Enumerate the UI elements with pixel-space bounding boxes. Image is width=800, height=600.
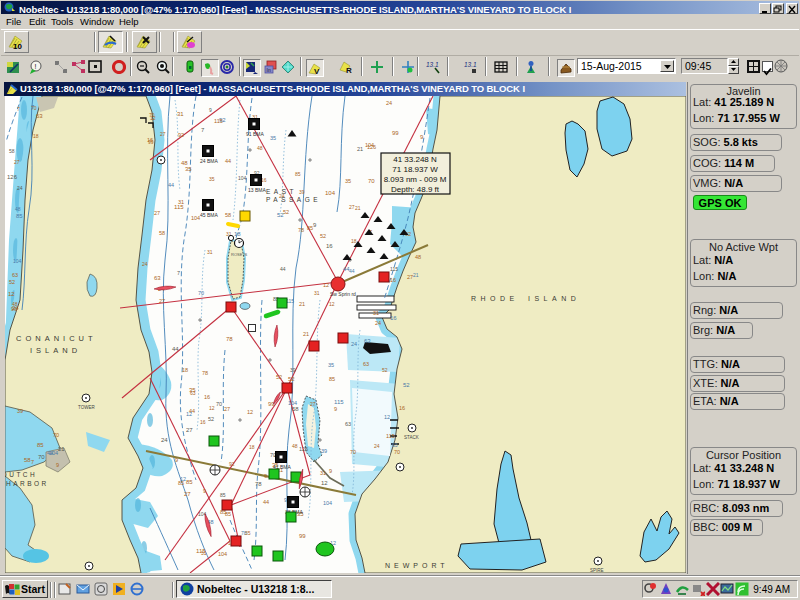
- svg-text:85: 85: [220, 492, 226, 498]
- svg-text:70: 70: [198, 290, 204, 296]
- svg-text:12: 12: [150, 115, 156, 121]
- svg-text:48: 48: [257, 145, 263, 151]
- svg-text:24: 24: [374, 443, 380, 449]
- svg-text:12: 12: [186, 411, 192, 417]
- svg-text:10: 10: [13, 42, 22, 51]
- svg-text:58: 58: [159, 230, 165, 236]
- svg-text:TOWER: TOWER: [78, 405, 95, 410]
- svg-text:48: 48: [292, 443, 298, 449]
- svg-text:35: 35: [345, 178, 351, 184]
- svg-text:ISLAND: ISLAND: [30, 346, 81, 355]
- svg-text:9: 9: [209, 107, 212, 113]
- svg-text:63: 63: [345, 421, 351, 427]
- svg-text:24: 24: [17, 185, 23, 191]
- svg-text:92: 92: [229, 461, 235, 467]
- svg-text:27: 27: [159, 298, 165, 304]
- svg-text:78: 78: [226, 336, 233, 342]
- svg-text:13 BMA: 13 BMA: [248, 187, 266, 193]
- svg-text:48: 48: [181, 160, 188, 166]
- svg-text:44: 44: [343, 266, 350, 272]
- svg-text:104: 104: [13, 258, 22, 264]
- svg-text:21: 21: [303, 331, 309, 337]
- svg-text:71 18.937 W: 71 18.937 W: [392, 165, 438, 174]
- svg-text:35: 35: [270, 135, 276, 141]
- svg-text:27: 27: [160, 131, 166, 137]
- svg-text:78: 78: [202, 370, 208, 376]
- svg-text:21: 21: [413, 272, 419, 278]
- svg-text:27: 27: [349, 204, 355, 210]
- svg-text:63: 63: [12, 272, 18, 278]
- svg-text:16: 16: [390, 277, 396, 283]
- svg-text:31: 31: [373, 310, 379, 316]
- svg-text:27: 27: [14, 159, 20, 165]
- svg-text:63: 63: [364, 338, 371, 344]
- svg-text:104: 104: [191, 215, 200, 221]
- svg-text:85: 85: [186, 479, 193, 485]
- svg-text:12: 12: [323, 282, 329, 288]
- svg-text:85: 85: [16, 213, 23, 219]
- svg-text:39: 39: [17, 408, 23, 414]
- svg-text:18: 18: [234, 231, 241, 237]
- svg-text:31: 31: [207, 249, 213, 255]
- svg-text:35: 35: [328, 362, 334, 368]
- svg-text:21: 21: [355, 205, 361, 211]
- svg-text:44: 44: [47, 450, 53, 456]
- svg-text:16: 16: [200, 419, 206, 425]
- svg-text:63: 63: [154, 275, 161, 281]
- svg-text:12: 12: [8, 291, 15, 297]
- svg-text:16: 16: [390, 315, 397, 321]
- svg-text:7: 7: [17, 106, 20, 112]
- svg-text:STACK: STACK: [404, 435, 419, 440]
- svg-text:27: 27: [224, 406, 230, 412]
- svg-text:48: 48: [415, 254, 421, 260]
- svg-text:44: 44: [172, 346, 179, 352]
- svg-text:12: 12: [329, 301, 335, 307]
- svg-text:27: 27: [184, 491, 191, 497]
- svg-text:16: 16: [147, 137, 153, 143]
- svg-text:63: 63: [392, 442, 398, 448]
- svg-text:52: 52: [9, 279, 15, 285]
- svg-text:In: In: [267, 67, 271, 73]
- svg-text:!: !: [35, 63, 37, 70]
- svg-text:9: 9: [175, 457, 178, 463]
- svg-text:115: 115: [196, 548, 206, 554]
- svg-text:16: 16: [399, 405, 405, 411]
- svg-text:24: 24: [386, 100, 392, 106]
- svg-text:31: 31: [320, 470, 326, 476]
- svg-text:115: 115: [390, 266, 398, 272]
- svg-text:126: 126: [367, 144, 376, 150]
- svg-text:44: 44: [349, 268, 355, 274]
- svg-text:27: 27: [186, 427, 193, 433]
- svg-text:7: 7: [177, 270, 180, 276]
- svg-text:9: 9: [56, 462, 59, 468]
- svg-text:41 33.248 N: 41 33.248 N: [393, 155, 437, 164]
- svg-text:18: 18: [351, 238, 357, 244]
- svg-text:8.093 nm - 009 M: 8.093 nm - 009 M: [384, 175, 447, 184]
- svg-text:78: 78: [255, 481, 262, 487]
- svg-text:13.1: 13.1: [464, 61, 477, 68]
- svg-text:92: 92: [178, 132, 184, 138]
- svg-text:99: 99: [299, 533, 306, 539]
- svg-text:115: 115: [334, 399, 344, 405]
- svg-text:115: 115: [386, 433, 395, 439]
- svg-text:DUTCH: DUTCH: [5, 471, 37, 478]
- svg-text:EAST: EAST: [266, 188, 297, 195]
- svg-text:58: 58: [24, 457, 31, 463]
- svg-text:13.1: 13.1: [426, 61, 439, 68]
- svg-text:18: 18: [249, 444, 255, 450]
- svg-text:31: 31: [177, 111, 184, 117]
- svg-text:24: 24: [351, 341, 357, 347]
- svg-text:104: 104: [325, 190, 336, 196]
- svg-text:31: 31: [314, 290, 320, 296]
- svg-text:104: 104: [218, 551, 227, 557]
- svg-text:48: 48: [15, 206, 21, 212]
- svg-text:52: 52: [403, 382, 410, 388]
- svg-text:12: 12: [384, 414, 390, 420]
- svg-text:52: 52: [320, 233, 326, 239]
- svg-text:31: 31: [178, 199, 184, 205]
- svg-text:27: 27: [154, 210, 160, 216]
- svg-text:39: 39: [299, 189, 305, 195]
- svg-text:52: 52: [288, 376, 295, 382]
- svg-text:52: 52: [277, 212, 284, 218]
- svg-text:CONANICUT: CONANICUT: [16, 334, 97, 343]
